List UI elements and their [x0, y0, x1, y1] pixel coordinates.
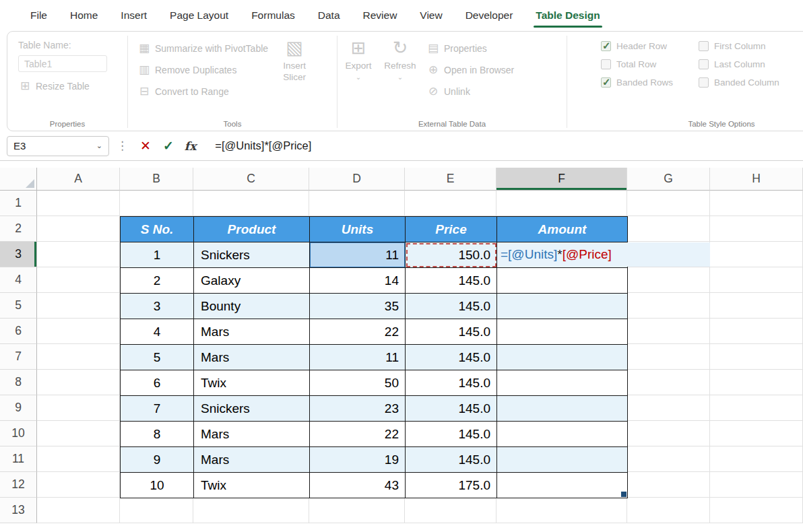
table-header-units[interactable]: Units [310, 217, 406, 242]
unlink-button[interactable]: ⊘ Unlink [426, 84, 514, 98]
table-cell[interactable]: 9 [121, 447, 194, 473]
column-header-A[interactable]: A [37, 168, 120, 191]
row-header-6[interactable]: 6 [0, 319, 37, 344]
refresh-button[interactable]: ↻ Refresh ⌄ [379, 32, 421, 131]
grid-cell-A12[interactable] [37, 472, 120, 498]
grid-cell-G9[interactable] [627, 395, 710, 421]
remove-duplicates-button[interactable]: ▥ Remove Duplicates [137, 63, 268, 77]
grid-cell-H7[interactable] [710, 344, 803, 370]
table-cell[interactable]: 145.0 [406, 447, 497, 473]
column-header-F[interactable]: F [496, 168, 627, 191]
grid-cell-H13[interactable] [710, 498, 803, 523]
grid-cell-B13[interactable] [120, 498, 193, 523]
formula-input[interactable]: =[@Units]*[@Price] [215, 139, 311, 152]
row-header-4[interactable]: 4 [0, 267, 37, 293]
grid-cell-A7[interactable] [37, 344, 120, 370]
table-cell[interactable]: 35 [310, 294, 406, 319]
grid-cell-D1[interactable] [309, 191, 405, 216]
table-cell[interactable]: Mars [194, 319, 310, 345]
table-cell[interactable]: 19 [310, 447, 406, 473]
row-header-11[interactable]: 11 [0, 446, 37, 472]
table-cell[interactable]: Mars [194, 422, 310, 447]
checkbox-last-column[interactable]: Last Column [699, 59, 779, 69]
column-header-B[interactable]: B [120, 168, 193, 191]
table-cell[interactable] [497, 319, 628, 345]
grid-cell-A8[interactable] [37, 370, 120, 395]
grid-cell-A2[interactable] [37, 216, 120, 242]
table-cell[interactable]: 5 [121, 345, 194, 370]
table-cell[interactable]: 145.0 [406, 319, 497, 345]
grid-cell-G6[interactable] [627, 319, 710, 344]
grid-cell-E1[interactable] [405, 191, 496, 216]
table-cell[interactable]: Snickers [194, 242, 310, 268]
export-button[interactable]: ⊞ Export ⌄ [338, 32, 379, 131]
table-header-product[interactable]: Product [194, 217, 310, 242]
chevron-down-icon[interactable]: ⌄ [96, 141, 102, 150]
grid-cell-G5[interactable] [627, 293, 710, 319]
table-cell[interactable]: 4 [121, 319, 194, 345]
tab-page-layout[interactable]: Page Layout [158, 0, 240, 31]
name-box[interactable]: E3 ⌄ [7, 136, 109, 156]
table-cell[interactable]: 43 [310, 473, 406, 498]
table-header-amount[interactable]: Amount [497, 217, 628, 242]
table-cell[interactable]: 22 [310, 422, 406, 447]
grid-cell-A6[interactable] [37, 319, 120, 344]
grid-cell-D13[interactable] [309, 498, 405, 523]
table-cell[interactable]: 6 [121, 370, 194, 396]
cancel-icon[interactable]: ✕ [140, 138, 151, 154]
cell-e3-price-reference[interactable]: 150.0 [406, 242, 497, 268]
table-name-input[interactable]: Table1 [18, 55, 107, 72]
row-header-1[interactable]: 1 [0, 191, 37, 216]
grid-cell-G13[interactable] [627, 498, 710, 523]
grid-cell-F1[interactable] [496, 191, 627, 216]
checkbox-first-column[interactable]: First Column [699, 41, 779, 51]
row-header-3[interactable]: 3 [0, 242, 37, 267]
tab-file[interactable]: File [19, 0, 59, 31]
grid-cell-A1[interactable] [37, 191, 120, 216]
tab-table-design[interactable]: Table Design [524, 0, 611, 31]
table-cell[interactable]: Twix [194, 473, 310, 498]
table-cell[interactable]: Twix [194, 370, 310, 396]
grid-cell-A11[interactable] [37, 446, 120, 472]
grid-cell-A3[interactable] [37, 242, 120, 267]
table-header-price[interactable]: Price [406, 217, 497, 242]
row-header-10[interactable]: 10 [0, 421, 37, 446]
table-cell[interactable]: 145.0 [406, 396, 497, 422]
table-cell[interactable]: 145.0 [406, 370, 497, 396]
open-in-browser-button[interactable]: ⊕ Open in Browser [426, 63, 514, 77]
grid-cell-G11[interactable] [627, 446, 710, 472]
table-cell[interactable] [497, 447, 628, 473]
grid-cell-H6[interactable] [710, 319, 803, 344]
row-header-13[interactable]: 13 [0, 498, 37, 523]
grid-cell-A13[interactable] [37, 498, 120, 523]
tab-developer[interactable]: Developer [454, 0, 525, 31]
tab-view[interactable]: View [408, 0, 453, 31]
grid-cell-H9[interactable] [710, 395, 803, 421]
grid-cell-H11[interactable] [710, 446, 803, 472]
row-header-2[interactable]: 2 [0, 216, 37, 242]
checkbox-banded-rows[interactable]: Banded Rows [601, 77, 673, 88]
table-cell[interactable] [497, 473, 628, 498]
grid-cell-H2[interactable] [710, 216, 803, 242]
table-cell[interactable]: Mars [194, 447, 310, 473]
grid-cell-G4[interactable] [627, 267, 710, 293]
table-cell[interactable]: 175.0 [406, 473, 497, 498]
table-cell[interactable]: 145.0 [406, 294, 497, 319]
grid-cell-H10[interactable] [710, 421, 803, 446]
formula-editing-overlay[interactable]: =[@Units]*[@Price] [497, 242, 710, 267]
tab-insert[interactable]: Insert [109, 0, 158, 31]
table-cell[interactable]: 23 [310, 396, 406, 422]
table-cell[interactable]: Galaxy [194, 268, 310, 294]
table-cell[interactable]: Snickers [194, 396, 310, 422]
grid-cell-G2[interactable] [627, 216, 710, 242]
cell-f3-active-formula[interactable]: =[@Units]*[@Price] [497, 242, 628, 268]
row-header-5[interactable]: 5 [0, 293, 37, 319]
table-cell[interactable]: 11 [310, 345, 406, 370]
table-cell[interactable]: 145.0 [406, 422, 497, 447]
table-cell[interactable]: 145.0 [406, 345, 497, 370]
grid-cell-E13[interactable] [405, 498, 496, 523]
grid-cell-H5[interactable] [710, 293, 803, 319]
table-resize-handle[interactable] [621, 492, 627, 497]
grid-cell-G12[interactable] [627, 472, 710, 498]
table-cell[interactable] [497, 294, 628, 319]
